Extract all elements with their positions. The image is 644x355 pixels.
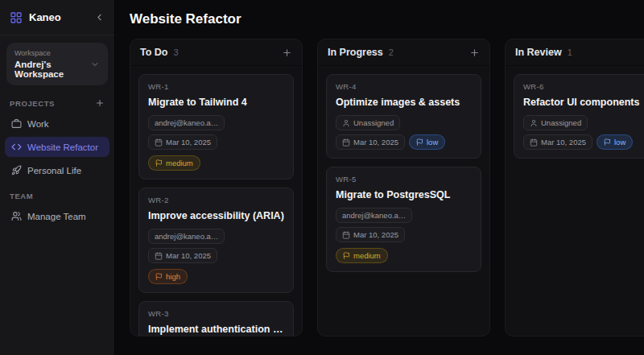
task-id: WR-3 [148,309,284,318]
task-id: WR-5 [336,175,472,184]
sidebar-item-personal-life[interactable]: Personal Life [5,160,109,180]
user-icon [342,119,350,127]
sidebar-item-work[interactable]: Work [5,114,109,134]
due-date-chip: Mar 10, 2025 [336,134,405,150]
task-title: Improve accessibility (ARIA) [148,210,284,221]
app-window: Kaneo Workspace Andrej's Workspace PROJE… [0,0,644,355]
column-in-progress: In Progress 2 WR-4 Optimize images & ass… [317,39,490,336]
calendar-icon [530,138,538,147]
column-name: In Review [515,47,562,58]
priority-badge: medium [336,248,388,263]
column-name: To Do [140,47,167,58]
task-card[interactable]: WR-2 Improve accessibility (ARIA) andrej… [138,188,294,293]
briefcase-icon [11,118,22,129]
flag-icon [343,252,350,259]
task-card[interactable]: WR-1 Migrate to Tailwind 4 andrej@kaneo.… [138,74,294,180]
add-task-button[interactable] [282,47,292,58]
workspace-label: Workspace [14,49,90,57]
task-title: Implement authentication … [148,324,284,335]
kanban-board: To Do 3 WR-1 Migrate to Tailwind 4 andre… [130,39,644,336]
sidebar-collapse-button[interactable] [94,12,105,23]
column-todo: To Do 3 WR-1 Migrate to Tailwind 4 andre… [130,39,303,336]
users-icon [11,211,22,221]
due-date-chip: Mar 10, 2025 [148,134,217,150]
assignee-chip: andrej@kaneo.a… [336,208,412,223]
page-title: Website Refactor [130,11,644,27]
assignee-chip: Unassigned [336,115,400,130]
column-header: In Review 1 [506,39,644,66]
sidebar-item-label: Work [27,119,49,129]
priority-badge: low [409,134,445,150]
due-date-chip: Mar 10, 2025 [148,248,217,263]
main-content: Website Refactor To Do 3 WR-1 Migrate to… [115,0,644,355]
calendar-icon [155,252,163,260]
add-project-button[interactable] [95,98,105,108]
workspace-selector[interactable]: Workspace Andrej's Workspace [6,43,108,85]
sidebar-item-label: Personal Life [27,166,81,175]
task-title: Optimize images & assets [336,97,472,108]
projects-section-header: PROJECTS [0,89,114,112]
workspace-name: Andrej's Workspace [14,60,90,79]
flag-icon [155,159,163,167]
task-id: WR-6 [523,82,644,91]
column-count: 3 [173,47,178,57]
column-name: In Progress [328,47,383,58]
calendar-icon [342,231,350,239]
task-title: Migrate to PostgresSQL [336,189,472,200]
priority-badge: medium [148,155,200,171]
flag-icon [416,138,423,146]
task-card[interactable]: WR-5 Migrate to PostgresSQL andrej@kaneo… [326,167,481,272]
kaneo-logo-icon [10,11,23,24]
column-header: In Progress 2 [318,39,489,66]
sidebar-item-label: Website Refactor [27,142,98,152]
priority-badge: high [148,269,188,284]
column-count: 2 [389,47,394,57]
due-date-chip: Mar 10, 2025 [523,134,592,150]
task-card[interactable]: WR-3 Implement authentication … Unassign… [138,301,294,336]
task-title: Migrate to Tailwind 4 [148,97,284,108]
due-date-chip: Mar 10, 2025 [336,227,405,242]
task-title: Refactor UI components [523,97,644,108]
sidebar-header: Kaneo [0,0,114,35]
sidebar-item-label: Manage Team [27,212,86,221]
column-in-review: In Review 1 WR-6 Refactor UI components [505,39,644,336]
flag-icon [604,138,611,146]
task-card[interactable]: WR-6 Refactor UI components Unassigned M… [514,74,644,159]
rocket-icon [11,165,22,175]
chevron-down-icon [90,60,100,69]
projects-label: PROJECTS [10,99,55,108]
add-task-button[interactable] [469,47,480,58]
task-id: WR-2 [148,196,284,204]
priority-badge: low [597,134,633,150]
task-id: WR-1 [148,82,284,91]
flag-icon [155,273,163,280]
code-icon [11,142,22,152]
team-section-header: TEAM [0,182,114,204]
assignee-chip: Unassigned [523,115,588,130]
user-icon [530,119,538,127]
sidebar-item-website-refactor[interactable]: Website Refactor [5,137,109,157]
assignee-chip: andrej@kaneo.a… [148,115,225,130]
column-body: WR-4 Optimize images & assets Unassigned… [318,66,489,280]
column-body: WR-1 Migrate to Tailwind 4 andrej@kaneo.… [130,66,302,336]
sidebar: Kaneo Workspace Andrej's Workspace PROJE… [0,0,115,355]
team-label: TEAM [10,192,33,200]
sidebar-item-manage-team[interactable]: Manage Team [5,206,109,226]
calendar-icon [342,138,350,147]
app-title: Kaneo [29,11,61,23]
column-count: 1 [568,47,572,57]
task-card[interactable]: WR-4 Optimize images & assets Unassigned… [326,74,481,159]
assignee-chip: andrej@kaneo.a… [148,229,225,244]
task-id: WR-4 [336,82,472,91]
column-body: WR-6 Refactor UI components Unassigned M… [506,66,644,167]
calendar-icon [155,138,163,147]
column-header: To Do 3 [130,39,302,66]
